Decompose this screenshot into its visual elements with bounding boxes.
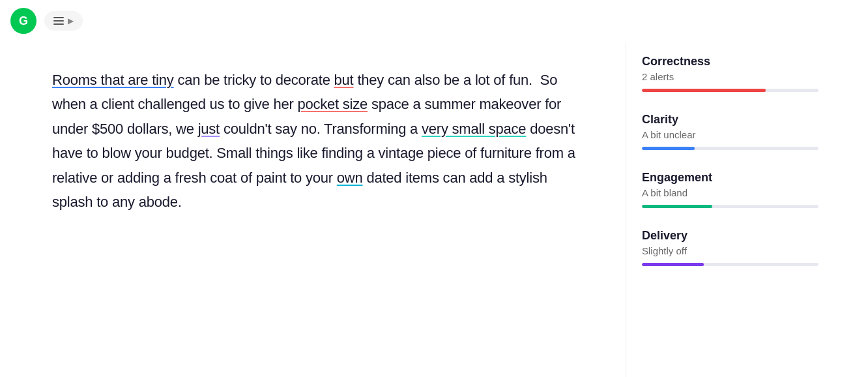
delivery-progress-bar — [642, 263, 818, 266]
metric-clarity-subtitle: A bit unclear — [642, 129, 818, 140]
editor-area[interactable]: Rooms that are tiny can be tricky to dec… — [0, 42, 626, 377]
metric-clarity-title: Clarity — [642, 113, 818, 127]
metric-delivery-title: Delivery — [642, 229, 818, 243]
metric-engagement[interactable]: Engagement A bit bland — [642, 171, 818, 208]
metric-engagement-title: Engagement — [642, 171, 818, 185]
metric-correctness[interactable]: Correctness 2 alerts — [642, 55, 818, 92]
metric-correctness-title: Correctness — [642, 55, 818, 68]
main-content: Rooms that are tiny can be tricky to dec… — [0, 42, 868, 377]
engagement-progress-bar — [642, 205, 818, 208]
metric-clarity[interactable]: Clarity A bit unclear — [642, 113, 818, 150]
correctness-progress-bar — [642, 89, 818, 92]
editor-text: Rooms that are tiny can be tricky to dec… — [52, 68, 586, 214]
metric-correctness-subtitle: 2 alerts — [642, 71, 818, 82]
highlight-but: but — [334, 72, 354, 88]
clarity-progress-bar — [642, 147, 818, 150]
highlight-rooms-tiny: Rooms that are tiny — [52, 72, 174, 88]
metric-delivery[interactable]: Delivery Slightly off — [642, 229, 818, 266]
header: G ▶ — [0, 0, 868, 42]
grammarly-logo[interactable]: G — [10, 8, 36, 34]
engagement-progress-fill — [642, 205, 712, 208]
correctness-progress-fill — [642, 89, 766, 92]
metric-delivery-subtitle: Slightly off — [642, 245, 818, 256]
menu-button[interactable]: ▶ — [44, 11, 83, 31]
hamburger-icon — [53, 17, 64, 25]
metric-engagement-subtitle: A bit bland — [642, 187, 818, 198]
highlight-very-small-space: very small space — [422, 121, 526, 137]
highlight-own: own — [337, 170, 363, 186]
delivery-progress-fill — [642, 263, 704, 266]
sidebar-panel: Correctness 2 alerts Clarity A bit uncle… — [626, 42, 834, 377]
clarity-progress-fill — [642, 147, 695, 150]
highlight-just: just — [198, 121, 220, 137]
chevron-right-icon: ▶ — [68, 16, 74, 25]
highlight-pocket-size: pocket size — [297, 96, 368, 112]
